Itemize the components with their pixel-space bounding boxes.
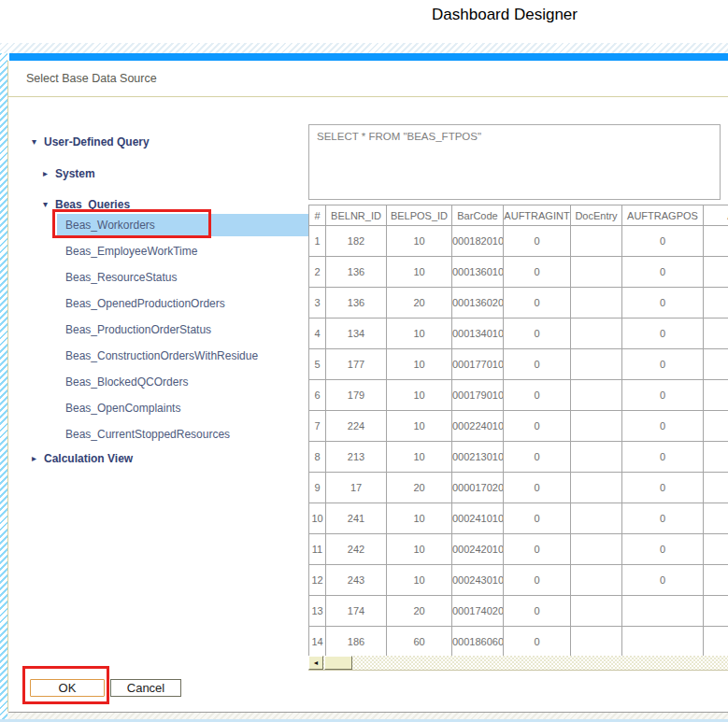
table-cell xyxy=(571,257,622,288)
tree-item-beas-openedproductionorders[interactable]: Beas_OpenedProductionOrders xyxy=(65,296,225,311)
table-cell xyxy=(571,319,622,349)
scroll-thumb[interactable] xyxy=(324,656,352,670)
tree-item-beas-queries[interactable]: ▾Beas_Queries xyxy=(43,197,130,212)
table-cell: 0 xyxy=(504,503,571,534)
chevron-down-icon[interactable]: ▾ xyxy=(32,134,44,149)
query-preview-table: #BELNR_IDBELPOS_IDBarCodeAUFTRAGINTDocEn… xyxy=(308,205,728,656)
table-cell: 0 xyxy=(504,226,571,257)
tree-item-system[interactable]: ▸System xyxy=(43,166,95,181)
table-row[interactable]: 61791000017901000 xyxy=(309,380,728,411)
tree-item-beas-employeeworktime[interactable]: Beas_EmployeeWorkTime xyxy=(65,244,197,259)
cancel-button[interactable]: Cancel xyxy=(110,679,181,697)
ok-button[interactable]: OK xyxy=(30,679,105,697)
table-cell: 20 xyxy=(387,288,452,319)
column-header-auftragint: AUFTRAGINT xyxy=(504,205,571,226)
table-cell: 12 xyxy=(309,565,326,596)
table-cell: 000213010 xyxy=(452,442,504,473)
tree-item-beas-currentstoppedresources[interactable]: Beas_CurrentStoppedResources xyxy=(65,427,230,442)
table-cell: 1 xyxy=(309,226,326,257)
table-row[interactable]: 122431000024301000 xyxy=(309,565,728,596)
table-cell: 000174020 xyxy=(452,596,504,627)
column-header-docentry: DocEntry xyxy=(571,205,622,226)
table-row[interactable]: 14186600001860600 xyxy=(309,627,728,657)
scroll-left-button[interactable]: ◄ xyxy=(308,656,323,670)
table-cell: 000017020 xyxy=(452,473,504,503)
horizontal-scrollbar[interactable]: ◄ xyxy=(308,656,728,670)
table-cell xyxy=(704,349,728,380)
tree-item-beas-blockedqcorders[interactable]: Beas_BlockedQCOrders xyxy=(65,375,188,389)
table-cell xyxy=(704,442,728,473)
table-cell: 4 xyxy=(309,319,326,349)
table-cell xyxy=(571,288,622,319)
table-cell: 182 xyxy=(326,226,387,257)
table-row[interactable]: 21361000013601000 xyxy=(309,257,728,288)
sql-query-input[interactable]: SELECT * FROM "BEAS_FTPOS" xyxy=(308,124,721,200)
table-cell: 0 xyxy=(504,473,571,503)
table-cell: 14 xyxy=(309,627,326,657)
chevron-right-icon[interactable]: ▸ xyxy=(32,451,44,466)
table-cell: 000241010 xyxy=(452,503,504,534)
table-cell: 11 xyxy=(309,534,326,565)
chevron-down-icon[interactable]: ▾ xyxy=(43,197,55,212)
table-row[interactable]: 31362000013602000 xyxy=(309,288,728,319)
table-cell: 0 xyxy=(622,288,704,319)
table-row[interactable]: 102411000024101000 xyxy=(309,503,728,534)
table-cell: 10 xyxy=(387,411,452,442)
table-cell: 000242010 xyxy=(452,534,504,565)
table-cell: 10 xyxy=(387,380,452,411)
table-cell: 0 xyxy=(622,534,704,565)
column-header-belpos-id: BELPOS_ID xyxy=(387,205,452,226)
table-cell: 0 xyxy=(504,257,571,288)
table-row[interactable]: 112421000024201000 xyxy=(309,534,728,565)
table-cell xyxy=(704,319,728,349)
table-cell: 134 xyxy=(326,319,387,349)
table-cell: 000136020 xyxy=(452,288,504,319)
table-cell xyxy=(704,473,728,503)
table-cell: 10 xyxy=(387,503,452,534)
table-cell: 136 xyxy=(326,288,387,319)
table-cell xyxy=(704,288,728,319)
table-cell: 7 xyxy=(309,411,326,442)
dashboard-designer-screen: Dashboard Designer Select Base Data Sour… xyxy=(0,0,728,722)
table-cell xyxy=(571,565,622,596)
table-cell: 177 xyxy=(326,349,387,380)
tree-item-label: Beas_OpenComplaints xyxy=(65,402,180,415)
table-row[interactable]: 51771000017701000 xyxy=(309,349,728,380)
tree-item-beas-resourcestatus[interactable]: Beas_ResourceStatus xyxy=(65,270,177,285)
table-row[interactable]: 9172000001702000 xyxy=(309,473,728,503)
table-cell xyxy=(704,596,728,627)
table-cell xyxy=(704,565,728,596)
table-cell: 10 xyxy=(309,503,326,534)
table-row[interactable]: 11821000018201000 xyxy=(309,226,728,257)
chevron-right-icon[interactable]: ▸ xyxy=(43,166,55,181)
table-row[interactable]: 41341000013401000 xyxy=(309,319,728,349)
table-cell: 10 xyxy=(387,349,452,380)
table-cell: 20 xyxy=(387,596,452,627)
table-cell: 0 xyxy=(622,319,704,349)
table-row[interactable]: 13174200001740200 xyxy=(309,596,728,627)
table-cell xyxy=(571,380,622,411)
column-header-auftragpos: AUFTRAGPOS xyxy=(622,205,704,226)
tree-item-beas-constructionorderswithresidue[interactable]: Beas_ConstructionOrdersWithResidue xyxy=(65,348,258,363)
table-cell xyxy=(571,442,622,473)
table-cell: 0 xyxy=(504,442,571,473)
tree-item-beas-workorders[interactable]: Beas_Workorders xyxy=(57,214,314,236)
table-cell: 0 xyxy=(504,627,571,657)
table-cell xyxy=(571,349,622,380)
tree-item-user-defined-query[interactable]: ▾User-Defined Query xyxy=(32,134,150,149)
table-cell: 8 xyxy=(309,442,326,473)
tree-item-label: Beas_Workorders xyxy=(65,219,155,232)
tree-item-label: Beas_CurrentStoppedResources xyxy=(65,428,230,441)
tree-item-calculation-view[interactable]: ▸Calculation View xyxy=(32,451,133,466)
table-cell: 136 xyxy=(326,257,387,288)
tree-item-label: Beas_OpenedProductionOrders xyxy=(65,297,225,310)
table-cell: 0 xyxy=(504,319,571,349)
table-cell: 9 xyxy=(309,473,326,503)
table-row[interactable]: 72241000022401000 xyxy=(309,411,728,442)
table-cell: 224 xyxy=(326,411,387,442)
table-cell: 0 xyxy=(504,288,571,319)
tree-item-beas-opencomplaints[interactable]: Beas_OpenComplaints xyxy=(65,401,180,416)
tree-item-beas-productionorderstatus[interactable]: Beas_ProductionOrderStatus xyxy=(65,322,211,337)
table-cell: 10 xyxy=(387,534,452,565)
table-row[interactable]: 82131000021301000 xyxy=(309,442,728,473)
